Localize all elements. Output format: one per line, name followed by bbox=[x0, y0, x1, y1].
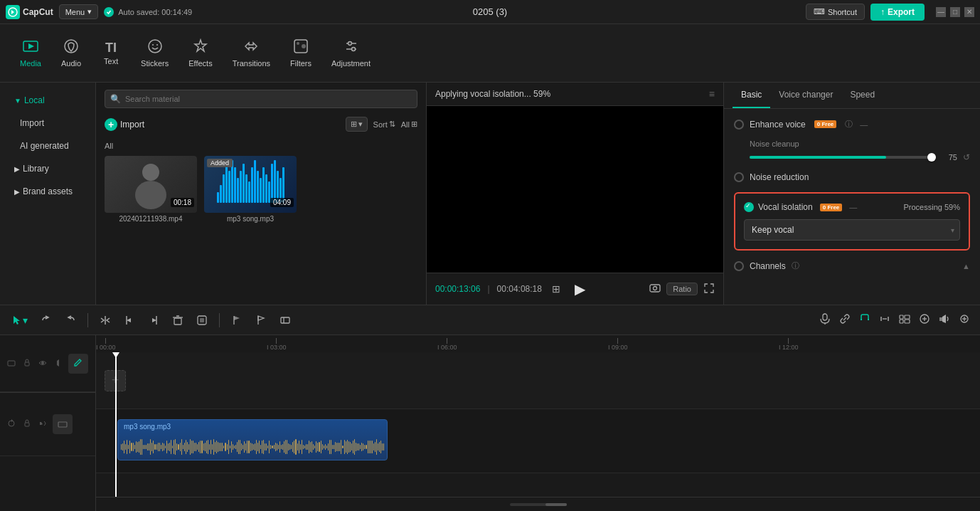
audio-track-vol-btn[interactable] bbox=[37, 417, 48, 431]
noise-cleanup-track[interactable] bbox=[750, 156, 932, 159]
vocal-isolation-toggle[interactable] bbox=[744, 202, 754, 212]
menu-button[interactable]: Menu ▾ bbox=[59, 4, 99, 19]
media-section-label: All bbox=[105, 142, 417, 150]
tab-voice-changer[interactable]: Voice changer bbox=[770, 83, 841, 108]
sidebar-label-brand-assets: Brand assets bbox=[23, 186, 73, 196]
grid-view-btn[interactable]: ⊞ bbox=[549, 280, 563, 297]
track-edit-btn[interactable] bbox=[68, 354, 88, 374]
toolbar-separator-2 bbox=[219, 313, 220, 327]
video-track-controls bbox=[0, 335, 95, 392]
timeline-scrollbar[interactable] bbox=[96, 497, 980, 511]
track-eye-btn[interactable] bbox=[37, 357, 48, 371]
toolbar-item-media[interactable]: Media bbox=[11, 33, 50, 73]
close-button[interactable]: ✕ bbox=[964, 7, 974, 17]
flag-btn[interactable] bbox=[227, 312, 247, 329]
track-audio-btn[interactable] bbox=[53, 357, 64, 371]
audio-clip[interactable]: mp3 song.mp3 bbox=[117, 419, 388, 460]
svg-rect-26 bbox=[200, 318, 204, 322]
trim-left-btn[interactable] bbox=[119, 312, 139, 329]
split-btn[interactable] bbox=[95, 312, 115, 329]
media-label: Media bbox=[20, 59, 41, 68]
vocal-isolation-header: Vocal isolation 0 Free — Processing 59% bbox=[744, 202, 960, 212]
filters-label: Filters bbox=[290, 59, 311, 68]
view-toggle-button[interactable]: ⊞ ▾ bbox=[346, 117, 368, 132]
undo-btn[interactable] bbox=[36, 312, 56, 329]
tab-speed[interactable]: Speed bbox=[841, 83, 883, 108]
split-link-btn[interactable] bbox=[876, 310, 893, 330]
toolbar-item-transitions[interactable]: Transitions bbox=[224, 33, 279, 73]
link-btn[interactable] bbox=[836, 310, 853, 330]
preview-menu-icon[interactable]: ≡ bbox=[709, 88, 715, 100]
toolbar-item-effects[interactable]: Effects bbox=[180, 33, 220, 73]
audio-track-lock-btn[interactable] bbox=[21, 417, 33, 431]
sidebar-item-ai-generated[interactable]: AI generated bbox=[4, 135, 91, 157]
channels-toggle[interactable] bbox=[734, 261, 744, 271]
clip-settings-btn[interactable] bbox=[275, 312, 295, 329]
toolbar-item-filters[interactable]: Filters bbox=[282, 33, 320, 73]
sidebar-arrow-library: ▶ bbox=[14, 165, 20, 173]
import-label: Import bbox=[120, 120, 144, 130]
circle-add-btn[interactable] bbox=[916, 310, 933, 330]
import-plus-icon: + bbox=[105, 118, 117, 131]
freeze-btn[interactable] bbox=[192, 312, 212, 329]
noise-reduction-toggle[interactable] bbox=[734, 172, 744, 182]
channels-expand-icon[interactable]: ▲ bbox=[962, 262, 970, 270]
storyboard-btn[interactable] bbox=[896, 310, 913, 330]
filter-button[interactable]: All ⊞ bbox=[401, 120, 417, 129]
search-wrapper: 🔍 bbox=[105, 90, 417, 108]
magnet-btn[interactable] bbox=[856, 310, 873, 330]
vocal-isolation-info: — bbox=[849, 203, 857, 211]
noise-cleanup-fill bbox=[750, 156, 886, 159]
audio-track-loop-btn[interactable] bbox=[6, 417, 17, 431]
video-duration: 00:18 bbox=[171, 198, 194, 207]
track-lock-btn[interactable] bbox=[21, 357, 33, 371]
sidebar-item-import[interactable]: Import bbox=[4, 112, 91, 134]
capture-icon-btn[interactable] bbox=[649, 283, 661, 296]
vocal-isolation-select[interactable]: Keep vocal Keep background bbox=[744, 219, 960, 241]
sidebar-item-brand-assets[interactable]: ▶ Brand assets bbox=[4, 181, 91, 202]
fullscreen-btn[interactable] bbox=[703, 283, 715, 296]
maximize-button[interactable]: □ bbox=[950, 7, 960, 17]
sidebar-item-local[interactable]: ▼ Local bbox=[4, 90, 91, 111]
delete-btn[interactable] bbox=[168, 312, 188, 329]
noise-cleanup-thumb[interactable] bbox=[927, 153, 936, 162]
shortcut-button[interactable]: ⌨ Shortcut bbox=[806, 4, 865, 20]
text-label: Text bbox=[104, 57, 118, 65]
stickers-icon bbox=[147, 38, 163, 56]
sort-button[interactable]: Sort ⇅ bbox=[373, 120, 395, 129]
volume-btn[interactable] bbox=[936, 310, 953, 330]
enhance-voice-toggle[interactable] bbox=[734, 120, 744, 130]
add-video-btn[interactable]: + bbox=[105, 370, 126, 391]
audio-icon bbox=[63, 38, 79, 56]
track-resize-icon[interactable] bbox=[6, 357, 17, 371]
toolbar-item-adjustment[interactable]: Adjustment bbox=[323, 33, 379, 73]
play-button[interactable]: ▶ bbox=[570, 279, 590, 299]
scrollbar-thumb[interactable] bbox=[545, 503, 567, 506]
noise-cleanup-value: 75 bbox=[937, 153, 957, 162]
unflag-btn[interactable] bbox=[251, 312, 271, 329]
ratio-button[interactable]: Ratio bbox=[666, 283, 698, 295]
import-button[interactable]: + Import bbox=[105, 118, 340, 131]
scrollbar-track[interactable] bbox=[510, 503, 567, 506]
svg-rect-54 bbox=[58, 422, 67, 427]
select-tool-btn[interactable]: ▾ bbox=[7, 312, 32, 329]
redo-btn[interactable] bbox=[60, 312, 80, 329]
trim-right-btn[interactable] bbox=[144, 312, 164, 329]
svg-marker-7 bbox=[195, 40, 206, 51]
toolbar-item-text[interactable]: TI Text bbox=[92, 36, 129, 71]
minimize-button[interactable]: — bbox=[936, 7, 946, 17]
media-thumb-audio[interactable]: Added 04:09 mp3 song.mp3 bbox=[204, 156, 297, 223]
svg-point-4 bbox=[149, 40, 161, 53]
zoom-timeline-btn[interactable] bbox=[956, 310, 973, 330]
search-input[interactable] bbox=[105, 90, 417, 108]
tab-basic[interactable]: Basic bbox=[733, 83, 770, 108]
media-thumb-video[interactable]: 00:18 202401211938.mp4 bbox=[105, 156, 197, 223]
toolbar-item-stickers[interactable]: Stickers bbox=[132, 33, 177, 73]
export-button[interactable]: ↑ Export bbox=[870, 4, 925, 21]
auto-save-text: Auto saved: 00:14:49 bbox=[118, 8, 192, 16]
toolbar-item-audio[interactable]: Audio bbox=[53, 33, 90, 73]
noise-cleanup-reset[interactable]: ↺ bbox=[963, 152, 970, 162]
audio-add-btn[interactable] bbox=[53, 414, 73, 434]
sidebar-item-library[interactable]: ▶ Library bbox=[4, 158, 91, 179]
mic-btn[interactable] bbox=[816, 310, 833, 330]
